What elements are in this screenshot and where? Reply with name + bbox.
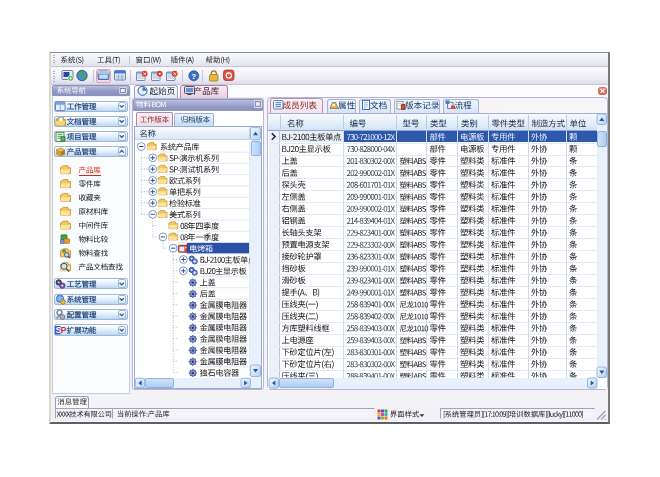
svg-text:?: ? xyxy=(191,72,196,81)
